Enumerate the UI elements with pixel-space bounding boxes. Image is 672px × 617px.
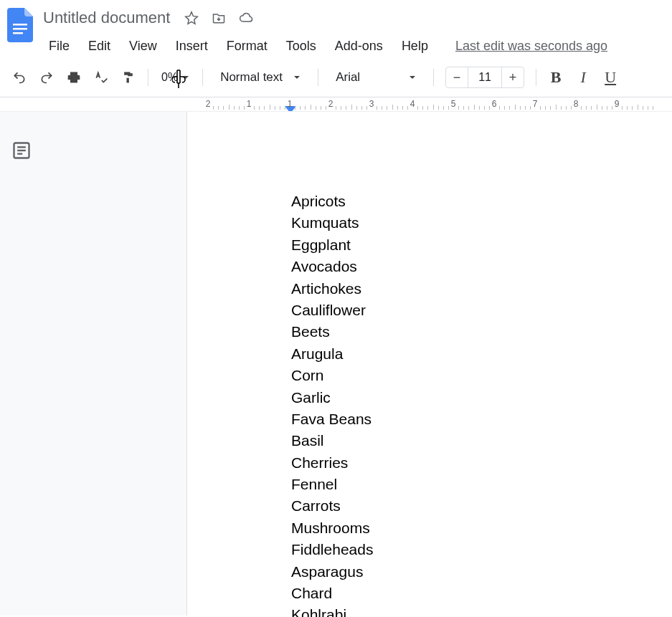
ruler-tick-label: 9 [615,99,620,109]
star-icon[interactable] [183,9,200,27]
doc-line[interactable]: Corn [291,365,672,386]
doc-line[interactable]: Garlic [291,387,672,408]
menu-bar: File Edit View Insert Format Tools Add-o… [40,29,666,58]
chevron-down-icon [293,74,300,81]
doc-line[interactable]: Fennel [291,474,672,494]
page-margin-area [43,112,186,616]
svg-rect-2 [13,32,23,34]
ruler-tick-label: 4 [410,99,415,109]
document-page[interactable]: ApricotsKumquatsEggplantAvocadosArtichok… [186,112,672,616]
ruler-tick-label: 3 [369,99,374,109]
doc-line[interactable]: Eggplant [291,234,672,255]
document-outline-icon[interactable] [11,140,32,161]
increase-font-size-button[interactable]: + [502,67,524,87]
menu-format[interactable]: Format [218,34,276,58]
doc-line[interactable]: Mushrooms [291,517,672,538]
cloud-status-icon[interactable] [237,9,255,27]
redo-icon[interactable] [34,65,59,90]
doc-line[interactable]: Fiddleheads [291,539,672,560]
doc-line[interactable]: Carrots [291,495,672,516]
paint-format-icon[interactable] [116,65,141,90]
paragraph-style-dropdown[interactable]: Normal text [210,70,311,85]
separator [202,69,203,86]
document-title[interactable]: Untitled document [40,7,173,29]
menu-addons[interactable]: Add-ons [326,34,392,58]
horizontal-ruler[interactable]: 21123456789 [0,97,672,112]
zoom-dropdown[interactable]: 0% [156,71,195,84]
menu-view[interactable]: View [120,34,166,58]
doc-line[interactable]: Chard [291,583,672,603]
svg-rect-0 [13,24,27,26]
doc-line[interactable]: Arugula [291,343,672,364]
ruler-tick-label: 8 [574,99,579,109]
menu-tools[interactable]: Tools [278,34,325,58]
font-size-input[interactable]: 11 [468,67,502,87]
chevron-down-icon [409,74,416,81]
ruler-tick-label: 2 [206,99,211,109]
menu-file[interactable]: File [40,34,78,58]
toolbar: 0% Normal text Arial − 11 + B I U [0,58,672,97]
doc-line[interactable]: Asparagus [291,561,672,582]
chevron-down-icon [182,74,189,81]
ruler-tick-label: 1 [288,99,293,109]
paragraph-style-label: Normal text [220,70,283,85]
separator [433,69,434,86]
menu-help[interactable]: Help [393,34,437,58]
doc-line[interactable]: Cauliflower [291,300,672,320]
menu-edit[interactable]: Edit [80,34,119,58]
separator [536,69,536,86]
doc-line[interactable]: Beets [291,321,672,342]
separator [318,69,318,86]
move-icon[interactable] [210,9,227,27]
ruler-tick-label: 1 [247,99,252,109]
separator [148,69,148,86]
ruler-tick-label: 2 [328,99,333,109]
font-family-label: Arial [336,70,360,85]
docs-logo-icon[interactable] [6,6,34,44]
font-size-group: − 11 + [445,67,524,88]
doc-line[interactable]: Artichokes [291,278,672,299]
ruler-tick-label: 5 [451,99,456,109]
doc-line[interactable]: Cherries [291,452,672,473]
doc-line[interactable]: Kumquats [291,212,672,233]
print-icon[interactable] [62,65,86,90]
last-edit-link[interactable]: Last edit was seconds ago [455,39,607,54]
ruler-tick-label: 7 [533,99,538,109]
menu-insert[interactable]: Insert [167,34,217,58]
undo-icon[interactable] [7,65,32,90]
doc-line[interactable]: Kohlrabi [291,604,672,617]
ruler-tick-label: 6 [492,99,497,109]
doc-line[interactable]: Apricots [291,191,672,211]
font-family-dropdown[interactable]: Arial [326,70,426,85]
svg-rect-1 [13,28,27,30]
doc-line[interactable]: Fava Beans [291,408,672,429]
italic-button[interactable]: I [571,65,595,90]
doc-line[interactable]: Avocados [291,256,672,277]
decrease-font-size-button[interactable]: − [446,67,468,87]
bold-button[interactable]: B [544,65,568,90]
zoom-value: 0% [161,71,178,84]
doc-line[interactable]: Basil [291,430,672,451]
underline-button[interactable]: U [598,65,623,90]
spellcheck-icon[interactable] [89,65,113,90]
